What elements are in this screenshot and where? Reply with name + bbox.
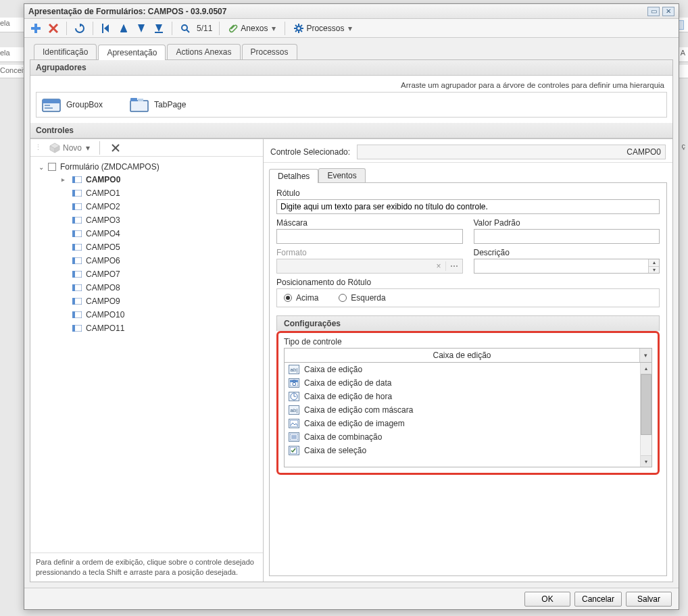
dialog-window: Apresentação de Formulários: CAMPOS - 03… <box>24 3 679 610</box>
field-icon <box>72 257 82 264</box>
dropdown-option[interactable]: Caixa de combinação <box>285 430 652 444</box>
tabpage-label: TabPage <box>154 100 186 109</box>
controles-header: Controles <box>30 123 672 138</box>
dropdown-option-label: Caixa de edição de hora <box>304 392 392 401</box>
formato-clear-icon[interactable]: × <box>432 261 445 271</box>
svg-line-22 <box>301 25 302 26</box>
tree-item[interactable]: CAMPO1 <box>57 186 260 200</box>
field-icon <box>72 284 82 291</box>
field-icon <box>72 311 82 318</box>
tree-root[interactable]: ⌄ Formulário (ZMDCAMPOS) <box>37 161 260 173</box>
first-button[interactable] <box>99 21 114 36</box>
anexos-dropdown[interactable]: Anexos▾ <box>225 21 279 36</box>
dropdown-scrollbar[interactable]: ▴ ▾ <box>640 363 652 467</box>
rotulo-input[interactable] <box>276 199 660 214</box>
dropdown-option[interactable]: Caixa de edição de hora <box>285 390 652 403</box>
dropdown-option-label: Caixa de edição com máscara <box>304 405 413 415</box>
scroll-up-button[interactable]: ▴ <box>641 363 652 374</box>
abl-icon: ab| <box>289 365 299 374</box>
cancelar-button[interactable]: Cancelar <box>574 592 622 607</box>
chevron-down-icon: ▾ <box>639 349 652 362</box>
radio-esquerda[interactable]: Esquerda <box>339 293 385 303</box>
dropdown-option[interactable]: Caixa de seleção <box>285 444 652 457</box>
valor-padrao-label: Valor Padrão <box>474 218 660 228</box>
tree-item[interactable]: CAMPO4 <box>57 227 260 240</box>
tab-detalhes[interactable]: Detalhes <box>269 169 318 183</box>
tab-apresentacao[interactable]: Apresentação <box>98 45 166 60</box>
svg-rect-12 <box>155 32 163 33</box>
tree-item-label: CAMPO6 <box>86 256 120 265</box>
svg-rect-29 <box>130 98 137 101</box>
tree-item[interactable]: CAMPO10 <box>57 308 260 322</box>
tree-item[interactable]: CAMPO5 <box>57 240 260 254</box>
delete-button[interactable] <box>46 21 61 36</box>
window-restore-button[interactable]: ▭ <box>647 7 660 16</box>
add-button[interactable] <box>28 21 43 36</box>
formato-label: Formato <box>276 248 463 257</box>
ok-button[interactable]: OK <box>524 592 570 607</box>
titlebar: Apresentação de Formulários: CAMPOS - 03… <box>24 4 679 19</box>
formato-browse-icon[interactable]: ⋯ <box>445 261 462 271</box>
svg-rect-30 <box>138 99 143 101</box>
svg-rect-39 <box>72 190 75 197</box>
tree-root-label: Formulário (ZMDCAMPOS) <box>59 162 159 172</box>
dropdown-option[interactable]: 8Caixa de edição de data <box>285 376 652 390</box>
scroll-thumb[interactable] <box>641 374 652 435</box>
svg-text:8: 8 <box>292 380 297 386</box>
svg-marker-11 <box>155 24 162 32</box>
tree-item[interactable]: CAMPO9 <box>57 294 260 308</box>
dropdown-option[interactable]: ab|Caixa de edição com máscara <box>285 403 652 417</box>
refresh-button[interactable] <box>72 21 87 36</box>
tree-item[interactable]: CAMPO3 <box>57 213 260 227</box>
controls-tree[interactable]: ⌄ Formulário (ZMDCAMPOS) ▸CAMPO0CAMPO1CA… <box>30 157 263 553</box>
mascara-input[interactable] <box>276 229 463 244</box>
field-icon <box>72 203 82 210</box>
tab-identificacao[interactable]: Identificação <box>34 44 97 59</box>
scroll-down-button[interactable]: ▾ <box>641 455 652 467</box>
dropdown-option[interactable]: ab|Caixa de edição <box>285 363 652 376</box>
tab-actions-anexas[interactable]: Actions Anexas <box>167 44 240 59</box>
svg-line-21 <box>301 30 302 32</box>
tipo-controle-combo[interactable]: Caixa de edição ▾ <box>284 348 652 363</box>
agrupador-tabpage[interactable]: TabPage <box>130 97 186 113</box>
search-button[interactable] <box>178 21 193 36</box>
tree-item[interactable]: ▸CAMPO0 <box>57 173 260 186</box>
tree-item[interactable]: CAMPO2 <box>57 200 260 213</box>
tab-eventos[interactable]: Eventos <box>318 168 365 182</box>
combo-icon <box>289 432 299 442</box>
prev-button[interactable] <box>116 21 131 36</box>
tree-item[interactable]: CAMPO6 <box>57 254 260 267</box>
processos-dropdown[interactable]: Processos▾ <box>291 21 355 36</box>
tree-item[interactable]: CAMPO7 <box>57 267 260 281</box>
last-button[interactable] <box>151 21 166 36</box>
dropdown-option[interactable]: Caixa de edição de imagem <box>285 417 652 430</box>
valor-padrao-input[interactable] <box>474 229 660 244</box>
svg-rect-25 <box>43 99 60 103</box>
svg-rect-41 <box>72 203 75 210</box>
salvar-button[interactable]: Salvar <box>626 592 672 607</box>
novo-label: Novo <box>63 143 82 153</box>
img-icon <box>289 419 299 428</box>
tab-processos[interactable]: Processos <box>242 44 297 59</box>
cube-icon <box>49 143 60 153</box>
agrupador-groupbox[interactable]: GroupBox <box>42 97 103 113</box>
tipo-controle-selected: Caixa de edição <box>285 351 639 360</box>
tree-checkbox[interactable] <box>48 163 56 171</box>
expand-icon[interactable]: ⌄ <box>37 163 45 171</box>
descricao-spinner[interactable]: ▴▾ <box>648 259 659 273</box>
remove-control-button[interactable] <box>109 142 122 154</box>
radio-acima[interactable]: Acima <box>284 293 318 303</box>
main-tabs: Identificação Apresentação Actions Anexa… <box>30 42 673 59</box>
novo-dropdown[interactable]: Novo▾ <box>47 141 93 155</box>
svg-marker-9 <box>120 24 127 32</box>
descricao-input[interactable] <box>474 259 660 274</box>
formato-input[interactable]: × ⋯ <box>276 259 463 274</box>
tree-item-label: CAMPO9 <box>86 297 120 306</box>
dropdown-option-label: Caixa de seleção <box>304 446 366 455</box>
next-button[interactable] <box>134 21 149 36</box>
window-close-button[interactable]: ✕ <box>662 7 674 16</box>
svg-rect-43 <box>72 217 75 224</box>
tree-item[interactable]: CAMPO11 <box>57 322 260 335</box>
dialog-footer: OK Cancelar Salvar <box>24 588 679 609</box>
tree-item[interactable]: CAMPO8 <box>57 281 260 294</box>
